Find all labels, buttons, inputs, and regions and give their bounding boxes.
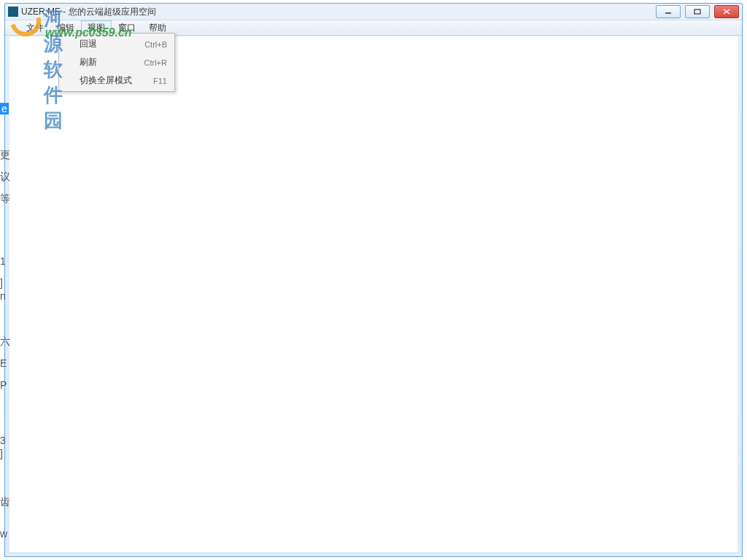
maximize-icon xyxy=(694,9,701,15)
left-fragment: 议 xyxy=(0,171,10,184)
dropdown-item-refresh[interactable]: 刷新 Ctrl+R xyxy=(59,53,174,71)
menu-label: 帮助 xyxy=(149,22,166,34)
left-fragment: w xyxy=(0,528,7,540)
dropdown-shortcut: Ctrl+B xyxy=(144,40,167,49)
left-fragment: 齿 xyxy=(0,496,10,509)
dropdown-item-fullscreen[interactable]: 切换全屏模式 F11 xyxy=(59,71,174,90)
window-controls xyxy=(656,5,739,18)
left-fragment: 3 xyxy=(0,435,6,446)
watermark-text: 河源软件园 xyxy=(44,6,64,133)
close-button[interactable] xyxy=(714,5,739,18)
left-fragment: e xyxy=(0,103,9,114)
left-fragment: E xyxy=(0,357,7,369)
left-fragment: ] xyxy=(0,448,3,459)
watermark-url: www.pc0359.cn xyxy=(45,26,132,39)
view-dropdown: 回退 Ctrl+B 刷新 Ctrl+R 切换全屏模式 F11 xyxy=(58,33,175,92)
window-title: UZER.ME - 您的云端超级应用空间 xyxy=(21,6,656,18)
dropdown-label: 回退 xyxy=(80,38,144,50)
left-fragment: P xyxy=(0,379,7,391)
minimize-icon xyxy=(665,9,672,15)
titlebar: UZER.ME - 您的云端超级应用空间 xyxy=(5,4,742,20)
left-fragment: 等 xyxy=(0,192,10,206)
left-fragment: ] xyxy=(0,277,3,289)
dropdown-shortcut: Ctrl+R xyxy=(144,58,167,67)
left-fragment: 六 xyxy=(0,335,10,349)
maximize-button[interactable] xyxy=(685,5,710,18)
left-fragment: 1 xyxy=(0,255,6,267)
content-area xyxy=(9,36,738,552)
minimize-button[interactable] xyxy=(656,5,681,18)
dropdown-shortcut: F11 xyxy=(153,77,167,85)
dropdown-label: 切换全屏模式 xyxy=(80,74,153,87)
left-fragment: n xyxy=(0,290,6,302)
left-fragment: 更 xyxy=(0,149,10,162)
close-icon xyxy=(723,9,730,15)
svg-rect-1 xyxy=(694,9,700,14)
dropdown-label: 刷新 xyxy=(80,56,144,69)
